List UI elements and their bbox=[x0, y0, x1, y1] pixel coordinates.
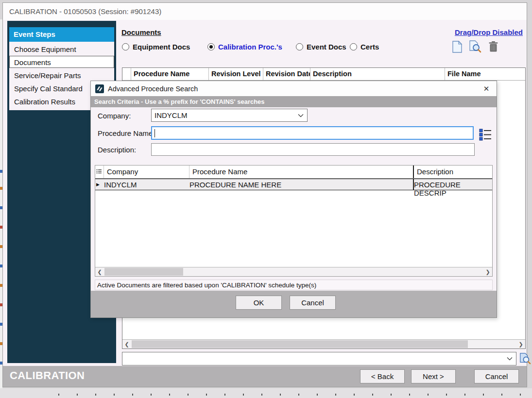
company-dropdown[interactable]: INDYCLM bbox=[151, 109, 308, 122]
advanced-procedure-search-dialog: Advanced Procedure Search ✕ Search Crite… bbox=[90, 81, 497, 318]
procedure-list-icon[interactable] bbox=[479, 128, 492, 141]
event-steps-header: Event Steps bbox=[9, 27, 114, 42]
sidebar-item-documents[interactable]: Documents bbox=[9, 56, 114, 68]
radio-circle[interactable] bbox=[350, 43, 357, 50]
column-revision-level[interactable]: Revision Level bbox=[209, 68, 263, 80]
new-document-icon[interactable] bbox=[451, 40, 463, 53]
sidebar-item-service-repair-parts[interactable]: Service/Repair Parts bbox=[9, 69, 114, 81]
description-input[interactable] bbox=[151, 143, 475, 156]
dialog-title: Advanced Procedure Search bbox=[108, 85, 198, 93]
scrollbar-thumb[interactable] bbox=[132, 340, 468, 348]
company-label: Company: bbox=[98, 112, 131, 120]
documents-table-header: Procedure Name Revision Level Revision D… bbox=[122, 68, 525, 81]
add-procedure-combobox[interactable] bbox=[122, 352, 516, 365]
search-criteria-banner: Search Criteria - Use a % prefix for 'CO… bbox=[91, 96, 497, 107]
dialog-titlebar: Advanced Procedure Search ✕ bbox=[91, 81, 497, 96]
documents-heading: Documents bbox=[121, 28, 161, 36]
radio-certs[interactable]: Certs bbox=[350, 43, 379, 51]
wizard-footer: CALIBRATION < Back Next > Cancel bbox=[3, 366, 527, 387]
document-toolbar bbox=[451, 40, 499, 53]
sidebar-item-choose-equipment[interactable]: Choose Equipment bbox=[9, 43, 114, 55]
desktop: CALIBRATION - 01050503 (Session: #901243… bbox=[0, 0, 532, 398]
row-indicator-column bbox=[122, 68, 131, 80]
text-cursor bbox=[154, 129, 155, 137]
cell-procedure-name: PROCEDURE NAME HERE bbox=[189, 179, 414, 190]
delete-icon[interactable] bbox=[487, 40, 499, 53]
close-icon[interactable]: ✕ bbox=[476, 81, 497, 96]
column-revision-date[interactable]: Revision Date bbox=[263, 68, 310, 80]
scroll-left-icon[interactable]: ❮ bbox=[95, 267, 104, 276]
filter-status-text: Active Documents are filtered based upon… bbox=[95, 280, 493, 290]
column-description[interactable]: Description bbox=[414, 166, 492, 178]
app-logo-icon bbox=[95, 84, 104, 93]
search-results-table: Company Procedure Name Description ▶ IND… bbox=[95, 165, 493, 277]
current-row-marker: ▶ bbox=[95, 179, 104, 190]
window-title: CALIBRATION - 01050503 (Session: #901243… bbox=[9, 7, 161, 16]
preview-document-icon[interactable] bbox=[469, 40, 481, 53]
procedure-search-icon[interactable] bbox=[519, 352, 532, 365]
grid-corner-icon bbox=[95, 166, 104, 178]
radio-equipment-docs[interactable]: Equipment Docs bbox=[122, 43, 190, 51]
background-window-bottom bbox=[0, 388, 532, 398]
column-description[interactable]: Description bbox=[310, 68, 445, 80]
wizard-title: CALIBRATION bbox=[10, 369, 85, 382]
scroll-right-icon[interactable]: ❯ bbox=[483, 267, 492, 276]
background-text-fragments bbox=[58, 394, 527, 396]
radio-circle[interactable] bbox=[296, 43, 303, 50]
radio-calibration-procs[interactable]: Calibration Proc.'s bbox=[207, 43, 282, 51]
chevron-down-icon[interactable] bbox=[298, 114, 304, 117]
radio-event-docs[interactable]: Event Docs bbox=[296, 43, 346, 51]
results-table-hscrollbar[interactable]: ❮ ❯ bbox=[95, 267, 492, 276]
window-titlebar: CALIBRATION - 01050503 (Session: #901243… bbox=[3, 3, 527, 20]
column-file-name[interactable]: File Name bbox=[445, 68, 525, 80]
description-label: Description: bbox=[98, 146, 136, 154]
company-value: INDYCLM bbox=[154, 111, 188, 119]
scroll-right-icon[interactable]: ❯ bbox=[516, 340, 525, 348]
cell-description: PROCEDURE DESCRIP bbox=[414, 179, 492, 190]
drag-drop-disabled-link[interactable]: Drag/Drop Disabled bbox=[455, 28, 523, 36]
chevron-down-icon[interactable] bbox=[507, 357, 513, 361]
column-company[interactable]: Company bbox=[104, 166, 189, 178]
documents-table-hscrollbar[interactable]: ❮ ❯ bbox=[122, 339, 525, 348]
ok-button[interactable]: OK bbox=[236, 296, 282, 310]
dialog-footer: OK Cancel bbox=[91, 291, 497, 317]
table-row-selected[interactable]: ▶ INDYCLM PROCEDURE NAME HERE PROCEDURE … bbox=[95, 179, 492, 190]
scrollbar-thumb[interactable] bbox=[104, 268, 183, 276]
radio-circle-checked[interactable] bbox=[207, 43, 215, 50]
next-button[interactable]: Next > bbox=[411, 369, 456, 383]
cell-company: INDYCLM bbox=[104, 179, 189, 190]
procedure-name-input[interactable] bbox=[151, 126, 474, 140]
dialog-cancel-button[interactable]: Cancel bbox=[290, 296, 336, 310]
back-button[interactable]: < Back bbox=[360, 369, 405, 383]
scroll-left-icon[interactable]: ❮ bbox=[122, 340, 131, 348]
column-procedure-name[interactable]: Procedure Name bbox=[131, 68, 209, 80]
procedure-name-label: Procedure Name: bbox=[98, 129, 155, 137]
radio-circle[interactable] bbox=[122, 43, 129, 50]
results-table-header: Company Procedure Name Description bbox=[95, 166, 492, 179]
column-procedure-name[interactable]: Procedure Name bbox=[189, 166, 414, 178]
wizard-cancel-button[interactable]: Cancel bbox=[474, 369, 519, 383]
